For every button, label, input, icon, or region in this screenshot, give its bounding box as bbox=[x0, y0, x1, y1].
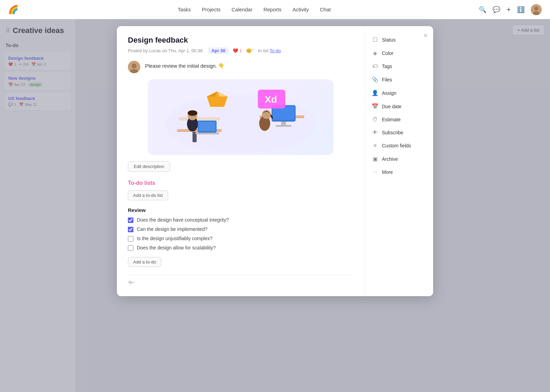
subscribe-label: Subscribe bbox=[382, 130, 403, 135]
date-badge[interactable]: Apr 30 bbox=[208, 47, 229, 54]
user-avatar[interactable] bbox=[531, 4, 542, 15]
nav-tasks[interactable]: Tasks bbox=[178, 7, 191, 12]
todo-checkbox-3[interactable] bbox=[128, 236, 133, 242]
sidebar-archive[interactable]: ▣ Archive bbox=[365, 152, 433, 166]
sidebar-files[interactable]: 📎 Files bbox=[365, 73, 433, 86]
modal-body-section: Please review the initial design. 👇 bbox=[128, 61, 353, 73]
tags-icon: 🏷 bbox=[372, 63, 378, 69]
sidebar-color[interactable]: ◈ Color bbox=[365, 46, 433, 60]
app-logo[interactable]: 🌈 bbox=[8, 5, 19, 14]
emoji-react[interactable]: 😊⁺ bbox=[246, 48, 254, 53]
svg-point-12 bbox=[188, 110, 197, 116]
search-icon[interactable]: 🔍 bbox=[479, 6, 486, 13]
sidebar-subscribe[interactable]: 👁 Subscribe bbox=[365, 126, 433, 139]
nav-reports[interactable]: Reports bbox=[263, 7, 282, 12]
due-date-icon: 📅 bbox=[372, 103, 378, 110]
sidebar-assign[interactable]: 👤 Assign bbox=[365, 86, 433, 100]
sidebar-status[interactable]: ☐ Status bbox=[365, 33, 433, 46]
more-label: More bbox=[382, 169, 393, 175]
todo-checkbox-1[interactable] bbox=[128, 217, 133, 223]
review-title: Review bbox=[128, 207, 353, 213]
status-label: Status bbox=[382, 37, 396, 43]
activity-waveform-icon bbox=[128, 280, 135, 287]
todo-item-1: Does the design have conceptual integrit… bbox=[128, 217, 353, 223]
svg-point-4 bbox=[132, 64, 136, 68]
sidebar-due-date[interactable]: 📅 Due date bbox=[365, 100, 433, 113]
archive-label: Archive bbox=[382, 156, 398, 162]
custom-fields-icon: ≡ bbox=[372, 143, 378, 149]
assign-label: Assign bbox=[382, 90, 396, 96]
modal-main-content: Design feedback Posted by Lucas on Thu, … bbox=[117, 26, 364, 296]
todo-item-2: Can the design be implemented? bbox=[128, 226, 353, 232]
sidebar-tags[interactable]: 🏷 Tags bbox=[365, 60, 433, 73]
add-todo-button[interactable]: Add a to-do bbox=[128, 257, 161, 267]
archive-icon: ▣ bbox=[372, 156, 378, 162]
todo-label-3: Is the design unjustifiably complex? bbox=[137, 236, 212, 241]
status-icon: ☐ bbox=[372, 36, 378, 43]
todo-item-4: Does the design allow for scalability? bbox=[128, 245, 353, 251]
svg-marker-26 bbox=[207, 97, 228, 107]
color-label: Color bbox=[382, 51, 393, 56]
svg-rect-20 bbox=[276, 125, 292, 127]
chat-bubble-icon[interactable]: 💬 bbox=[493, 6, 500, 13]
todo-label-2: Can the design be implemented? bbox=[137, 226, 207, 232]
todo-label-1: Does the design have conceptual integrit… bbox=[137, 217, 229, 223]
estimate-icon: ⏱ bbox=[372, 116, 378, 123]
modal-meta: Posted by Lucas on Thu, Apr 1, 00:38. Ap… bbox=[128, 47, 353, 54]
svg-rect-14 bbox=[199, 122, 216, 131]
todo-item-3: Is the design unjustifiably complex? bbox=[128, 236, 353, 242]
svg-rect-15 bbox=[195, 133, 219, 134]
todo-checkbox-2[interactable] bbox=[128, 227, 133, 232]
sidebar-estimate[interactable]: ⏱ Estimate bbox=[365, 113, 433, 126]
modal-inner: Design feedback Posted by Lucas on Thu, … bbox=[117, 26, 433, 296]
more-icon: ··· bbox=[372, 169, 378, 175]
modal-activity-bar bbox=[128, 275, 353, 287]
modal-close-button[interactable]: × bbox=[424, 32, 428, 40]
heart-count: 1 bbox=[239, 48, 242, 53]
list-link[interactable]: To-do bbox=[270, 48, 281, 53]
heart-icon: ❤️ bbox=[233, 48, 238, 53]
nav-projects[interactable]: Projects bbox=[202, 7, 220, 12]
nav-links: Tasks Projects Calendar Reports Activity… bbox=[30, 7, 479, 12]
svg-rect-7 bbox=[179, 117, 220, 121]
svg-point-1 bbox=[534, 7, 538, 11]
edit-description-button[interactable]: Edit description bbox=[128, 161, 170, 172]
design-illustration: Xd bbox=[148, 79, 333, 155]
files-icon: 📎 bbox=[372, 76, 378, 83]
todo-section-title: To-do lists bbox=[128, 180, 353, 186]
svg-text:Xd: Xd bbox=[265, 94, 277, 105]
body-text: Please review the initial design. 👇 bbox=[145, 61, 225, 69]
sidebar-custom-fields[interactable]: ≡ Custom fields bbox=[365, 139, 433, 152]
nav-icons: 🔍 💬 + ℹ️ bbox=[479, 4, 542, 15]
modal-right-sidebar: ☐ Status ◈ Color 🏷 Tags 📎 Files 👤 A bbox=[364, 26, 433, 296]
sidebar-more[interactable]: ··· More bbox=[365, 166, 433, 179]
color-icon: ◈ bbox=[372, 50, 378, 56]
tags-label: Tags bbox=[382, 64, 392, 69]
add-todo-list-button[interactable]: Add a to-do list bbox=[128, 190, 168, 200]
posted-by-text: Posted by Lucas on Thu, Apr 1, 00:38. bbox=[128, 48, 204, 53]
estimate-label: Estimate bbox=[382, 117, 400, 122]
info-icon[interactable]: ℹ️ bbox=[517, 6, 525, 13]
nav-calendar[interactable]: Calendar bbox=[232, 7, 253, 12]
heart-badge[interactable]: ❤️ 1 bbox=[233, 48, 242, 53]
nav-activity[interactable]: Activity bbox=[293, 7, 309, 12]
files-label: Files bbox=[382, 77, 392, 82]
svg-rect-19 bbox=[281, 122, 286, 125]
todo-checkbox-4[interactable] bbox=[128, 245, 133, 251]
top-navigation: 🌈 Tasks Projects Calendar Reports Activi… bbox=[0, 0, 550, 19]
in-list-text: In list To-do. bbox=[258, 48, 282, 53]
nav-chat[interactable]: Chat bbox=[320, 7, 331, 12]
task-modal: × Design feedback Posted by Lucas on Thu… bbox=[117, 26, 433, 296]
poster-avatar bbox=[128, 61, 140, 73]
subscribe-icon: 👁 bbox=[372, 130, 378, 136]
todo-label-4: Does the design allow for scalability? bbox=[137, 245, 216, 250]
plus-icon[interactable]: + bbox=[506, 5, 511, 14]
custom-fields-label: Custom fields bbox=[382, 143, 411, 148]
modal-title: Design feedback bbox=[128, 36, 353, 45]
assign-icon: 👤 bbox=[372, 90, 378, 96]
due-date-label: Due date bbox=[382, 104, 402, 109]
modal-backdrop: × Design feedback Posted by Lucas on Thu… bbox=[0, 19, 550, 392]
